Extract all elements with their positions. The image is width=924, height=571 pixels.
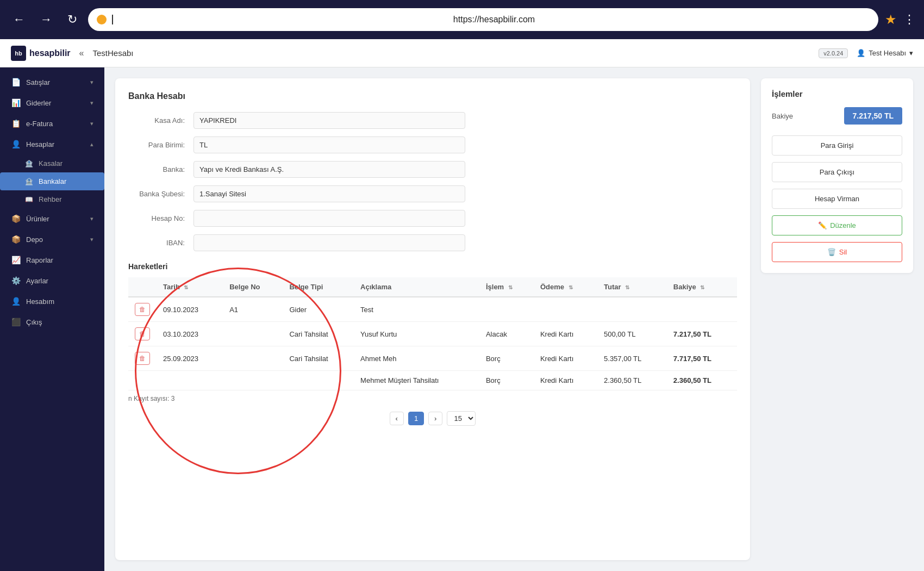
sidebar-item-hesabim[interactable]: 👤 Hesabım (0, 291, 104, 312)
content-area: Banka Hesabı Kasa Adı: Para Birimi: Bank… (104, 67, 924, 571)
banka-input[interactable] (193, 161, 465, 178)
sidebar-label-giderler: Giderler (26, 99, 51, 107)
row-tarih-3: 25.09.2023 (157, 346, 223, 371)
row-bakiye-3: 7.717,50 TL (667, 346, 737, 371)
row-belge-no-2 (223, 322, 283, 346)
col-belge-no: Belge No (223, 277, 283, 297)
kasa-adi-row: Kasa Adı: (128, 112, 737, 129)
kasa-adi-label: Kasa Adı: (128, 116, 193, 125)
sidebar-item-bankalar[interactable]: 🏦 Bankalar (0, 172, 104, 190)
logo-text: hesapbilir (29, 48, 71, 58)
row-islem-1 (479, 297, 534, 322)
depo-icon: 📦 (11, 235, 21, 244)
refresh-button[interactable]: ↻ (63, 10, 82, 29)
sidebar-item-raporlar[interactable]: 📈 Raporlar (0, 250, 104, 270)
banka-hesabi-title: Banka Hesabı (128, 91, 737, 101)
urunler-arrow-icon: ▾ (90, 215, 93, 222)
sidebar-item-efatura[interactable]: 📋 e-Fatura ▾ (0, 113, 104, 134)
row-islem-4: Borç (479, 371, 534, 390)
row-belge-no-3 (223, 346, 283, 371)
efatura-icon: 📋 (11, 119, 21, 128)
breadcrumb: TestHesabı (92, 48, 133, 58)
row-tutar-3: 5.357,00 TL (597, 346, 667, 371)
page-size-select[interactable]: 15 25 50 (447, 411, 476, 426)
sidebar-label-raporlar: Raporlar (26, 256, 53, 264)
user-menu-button[interactable]: 👤 Test Hesabı ▾ (857, 49, 913, 57)
sidebar-item-hesaplar[interactable]: 👤 Hesaplar ▴ (0, 134, 104, 154)
row-islem-2: Alacak (479, 322, 534, 346)
sidebar-item-urunler[interactable]: 📦 Ürünler ▾ (0, 208, 104, 229)
sidebar-label-kasalar: Kasalar (39, 159, 63, 167)
version-badge: v2.0.24 (819, 48, 848, 58)
cursor-icon (112, 15, 113, 24)
sidebar-item-rehber[interactable]: 📖 Rehber (0, 190, 104, 208)
sil-button[interactable]: 🗑️ Sil (772, 242, 902, 262)
tutar-sort-icon: ⇅ (625, 284, 629, 290)
collapse-button[interactable]: « (79, 48, 84, 58)
hesap-virman-button[interactable]: Hesap Virman (772, 189, 902, 209)
row-aciklama-1: Test (354, 297, 479, 322)
iban-input[interactable] (193, 234, 465, 251)
para-girisi-button[interactable]: Para Girişi (772, 135, 902, 156)
row-belge-tipi-1: Gider (283, 297, 354, 322)
sidebar-label-depo: Depo (26, 235, 43, 244)
para-birimi-input[interactable] (193, 136, 465, 153)
row-bakiye-4: 2.360,50 TL (667, 371, 737, 390)
row-delete-button-3[interactable]: 🗑 (135, 352, 150, 365)
sidebar-item-cikis[interactable]: ⬛ Çıkış (0, 312, 104, 332)
row-delete-button-1[interactable]: 🗑 (135, 303, 150, 316)
sidebar-item-ayarlar[interactable]: ⚙️ Ayarlar (0, 270, 104, 291)
url-text: https://hesapbilir.com (118, 15, 870, 24)
col-odeme[interactable]: Ödeme ⇅ (534, 277, 597, 297)
hesabim-icon: 👤 (11, 297, 21, 306)
banka-row: Banka: (128, 161, 737, 178)
row-belge-tipi-2: Cari Tahsilat (283, 322, 354, 346)
duzenle-button[interactable]: ✏️ Düzenle (772, 215, 902, 235)
col-bakiye[interactable]: Bakiye ⇅ (667, 277, 737, 297)
giderler-arrow-icon: ▾ (90, 100, 93, 107)
sidebar-item-satislar[interactable]: 📄 Satışlar ▾ (0, 72, 104, 92)
prev-page-button[interactable]: ‹ (390, 412, 404, 425)
col-tutar[interactable]: Tutar ⇅ (597, 277, 667, 297)
row-belge-no-1: A1 (223, 297, 283, 322)
sidebar-label-satislar: Satışlar (26, 78, 50, 86)
address-bar[interactable]: https://hesapbilir.com (88, 8, 878, 31)
row-tutar-1 (597, 297, 667, 322)
back-button[interactable]: ← (9, 10, 29, 29)
row-aciklama-2: Yusuf Kurtu (354, 322, 479, 346)
forward-button[interactable]: → (36, 10, 57, 29)
islem-sort-icon: ⇅ (508, 284, 513, 290)
row-islem-3: Borç (479, 346, 534, 371)
next-page-button[interactable]: › (428, 412, 442, 425)
bookmark-button[interactable]: ★ (885, 12, 897, 27)
sidebar-item-kasalar[interactable]: 🏦 Kasalar (0, 154, 104, 172)
sidebar-item-depo[interactable]: 📦 Depo ▾ (0, 229, 104, 250)
app-container: hb hesapbilir « TestHesabı v2.0.24 👤 Tes… (0, 39, 924, 571)
user-label: Test Hesabı (869, 49, 906, 57)
sidebar-item-giderler[interactable]: 📊 Giderler ▾ (0, 92, 104, 113)
logo-area: hb hesapbilir (11, 46, 71, 61)
current-page-button[interactable]: 1 (408, 412, 424, 425)
row-odeme-1 (534, 297, 597, 322)
sidebar-label-urunler: Ürünler (26, 215, 49, 223)
row-tarih-2: 03.10.2023 (157, 322, 223, 346)
pagination: ‹ 1 › 15 25 50 (128, 411, 737, 426)
para-cikisi-button[interactable]: Para Çıkışı (772, 162, 902, 182)
sidebar-label-efatura: e-Fatura (26, 120, 53, 128)
record-count: n Kayıt sayısı: 3 (128, 395, 737, 402)
hesap-no-input[interactable] (193, 210, 465, 227)
main-layout: 📄 Satışlar ▾ 📊 Giderler ▾ 📋 e-Fatura ▾ (0, 67, 924, 571)
kasa-adi-input[interactable] (193, 112, 465, 129)
col-islem[interactable]: İşlem ⇅ (479, 277, 534, 297)
banka-subesi-input[interactable] (193, 185, 465, 202)
col-tarih[interactable]: Tarih ⇅ (157, 277, 223, 297)
main-card: Banka Hesabı Kasa Adı: Para Birimi: Bank… (115, 78, 750, 560)
row-belge-tipi-3: Cari Tahsilat (283, 346, 354, 371)
table-row: 🗑 09.10.2023 A1 Gider Test (128, 297, 737, 322)
balance-row: Bakiye 7.217,50 TL (772, 107, 902, 125)
sil-label: Sil (839, 248, 847, 256)
iban-row: IBAN: (128, 234, 737, 251)
browser-menu-button[interactable]: ⋮ (903, 13, 915, 27)
row-delete-button-2[interactable]: 🗑 (135, 327, 150, 340)
row-belge-no-4 (223, 371, 283, 390)
